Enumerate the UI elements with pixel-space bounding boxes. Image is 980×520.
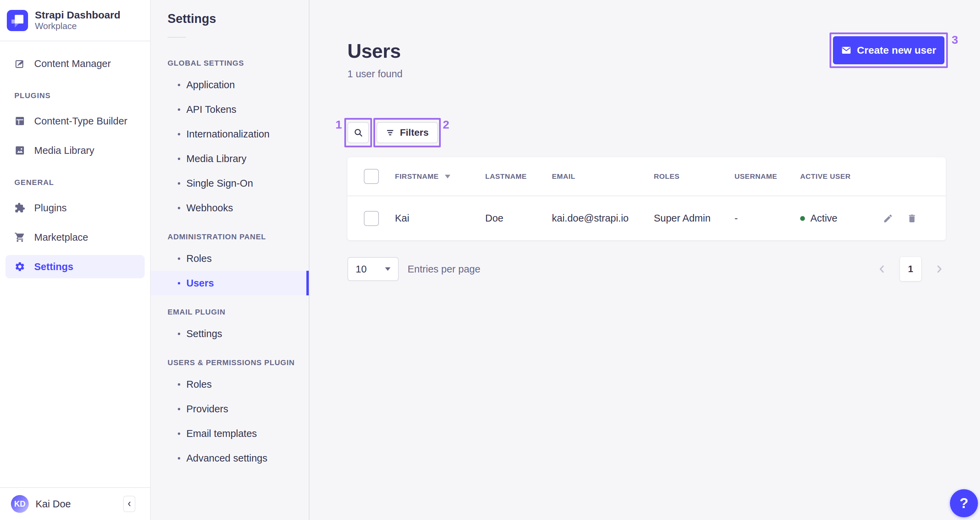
settings-nav-item-roles-admin[interactable]: Roles [151, 246, 309, 271]
table-row: Kai Doe kai.doe@strapi.io Super Admin - … [347, 196, 946, 240]
previous-page-button[interactable] [877, 264, 887, 274]
chevron-left-icon [877, 264, 887, 274]
sort-descending-icon [445, 175, 450, 178]
table-header-row: FIRSTNAME LASTNAME EMAIL ROLES USERNAME … [347, 157, 946, 196]
workspace-name: Workplace [35, 21, 120, 32]
settings-nav-item-internationalization[interactable]: Internationalization [151, 122, 309, 146]
chevron-down-icon [385, 267, 390, 271]
page-size-select[interactable]: 10 [347, 257, 399, 281]
nav-section-general: GENERAL [0, 178, 150, 187]
settings-nav-item-email-templates[interactable]: Email templates [151, 421, 309, 446]
settings-nav-item-email-settings[interactable]: Settings [151, 321, 309, 346]
nav-item-settings[interactable]: Settings [5, 255, 145, 278]
row-actions [875, 213, 946, 224]
settings-nav-label: Internationalization [186, 129, 269, 140]
layout-grid-icon [14, 116, 25, 127]
page-size-value: 10 [356, 264, 367, 275]
settings-nav-item-webhooks[interactable]: Webhooks [151, 196, 309, 220]
nav-item-marketplace[interactable]: Marketplace [0, 223, 150, 252]
nav-item-content-manager[interactable]: Content Manager [0, 49, 150, 78]
divider [167, 37, 186, 38]
settings-nav-item-media-library[interactable]: Media Library [151, 146, 309, 171]
filters-button[interactable]: Filters [377, 122, 438, 143]
app-title: Strapi Dashboard [35, 9, 120, 21]
avatar[interactable]: KD [11, 495, 29, 513]
settings-nav-label: Advanced settings [186, 453, 267, 464]
bullet-icon [178, 133, 180, 135]
annotation-box-1 [344, 118, 372, 147]
select-all-checkbox[interactable] [364, 169, 379, 184]
annotation-box-2: Filters [374, 118, 441, 147]
next-page-button[interactable] [934, 264, 945, 274]
settings-nav-item-users[interactable]: Users [151, 271, 309, 296]
settings-nav-label: Settings [186, 328, 222, 339]
settings-nav-item-api-tokens[interactable]: API Tokens [151, 97, 309, 122]
row-checkbox[interactable] [364, 211, 379, 226]
nav-item-label: Settings [34, 261, 73, 272]
select-all-cell [347, 169, 395, 184]
filter-icon [385, 128, 395, 137]
main-content: Users 1 user found Create new user 3 1 F… [309, 0, 980, 520]
help-button[interactable]: ? [950, 489, 978, 517]
bullet-icon [178, 157, 180, 160]
brand-text: Strapi Dashboard Workplace [35, 9, 120, 32]
general-section-list: Plugins Marketplace Settings [0, 193, 150, 278]
column-header-lastname: LASTNAME [485, 172, 552, 181]
chevron-right-icon [934, 264, 945, 274]
pagination: 1 [877, 257, 945, 281]
settings-nav-label: Media Library [186, 153, 247, 164]
strapi-logo-icon [7, 10, 28, 31]
pencil-icon [883, 213, 893, 224]
column-header-firstname[interactable]: FIRSTNAME [395, 172, 485, 181]
page-1-button[interactable]: 1 [900, 257, 921, 281]
settings-nav-label: Webhooks [186, 202, 233, 214]
settings-nav-item-single-sign-on[interactable]: Single Sign-On [151, 171, 309, 196]
bullet-icon [178, 282, 180, 285]
user-footer: KD Kai Doe [0, 487, 150, 520]
annotation-box-3: Create new user [830, 32, 948, 68]
settings-nav-item-providers[interactable]: Providers [151, 397, 309, 421]
annotation-number-1: 1 [336, 119, 342, 130]
section-users-permissions-plugin: USERS & PERMISSIONS PLUGIN [151, 358, 309, 367]
cell-lastname: Doe [485, 213, 552, 224]
nav-item-label: Content Manager [34, 58, 111, 69]
bullet-icon [178, 433, 180, 435]
cart-icon [14, 232, 25, 243]
trash-icon [907, 213, 917, 224]
user-name: Kai Doe [35, 498, 71, 510]
nav-item-label: Plugins [34, 202, 67, 214]
settings-nav-label: Users [186, 278, 214, 289]
create-new-user-button[interactable]: Create new user [833, 36, 945, 64]
settings-nav-item-application[interactable]: Application [151, 73, 309, 97]
picture-icon [14, 145, 25, 156]
collapse-sidebar-button[interactable] [123, 496, 135, 512]
cell-firstname: Kai [395, 213, 485, 224]
cell-active-user: Active [800, 213, 875, 224]
section-email-plugin: EMAIL PLUGIN [151, 308, 309, 316]
cell-username: - [735, 213, 800, 224]
edit-button[interactable] [883, 213, 893, 224]
settings-nav-item-advanced-settings[interactable]: Advanced settings [151, 446, 309, 471]
nav-item-content-type-builder[interactable]: Content-Type Builder [0, 107, 150, 136]
plugins-section-list: Content-Type Builder Media Library [0, 107, 150, 165]
column-header-username: USERNAME [735, 172, 800, 181]
column-header-roles: ROLES [654, 172, 735, 181]
row-select-cell [347, 211, 395, 226]
delete-button[interactable] [907, 213, 917, 224]
settings-nav-item-roles-up[interactable]: Roles [151, 372, 309, 397]
search-icon [353, 127, 363, 138]
users-permissions-list: Roles Providers Email templates Advanced… [151, 372, 309, 471]
nav-item-media-library[interactable]: Media Library [0, 136, 150, 165]
column-label: FIRSTNAME [395, 172, 439, 181]
bullet-icon [178, 408, 180, 410]
search-button[interactable] [347, 122, 369, 143]
nav-item-plugins[interactable]: Plugins [0, 193, 150, 223]
chevron-left-icon [126, 500, 133, 508]
cell-email: kai.doe@strapi.io [552, 213, 654, 224]
nav-item-label: Marketplace [34, 232, 88, 243]
administration-panel-list: Roles Users [151, 246, 309, 296]
nav-section-plugins: PLUGINS [0, 91, 150, 100]
page-size-controls: 10 Entries per page [347, 257, 480, 281]
bullet-icon [178, 332, 180, 335]
settings-nav-label: API Tokens [186, 104, 236, 115]
